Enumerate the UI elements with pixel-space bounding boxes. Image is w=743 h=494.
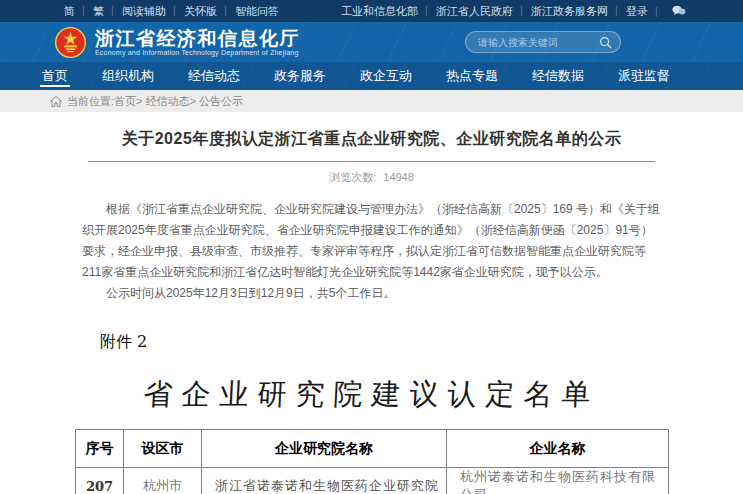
article-paragraph: 根据《浙江省重点企业研究院、企业研究院建设与管理办法》（浙经信高新〔2025〕1… xyxy=(82,199,661,283)
article-body: 根据《浙江省重点企业研究院、企业研究院建设与管理办法》（浙经信高新〔2025〕1… xyxy=(82,199,661,304)
site-subtitle-en: Economy and Information Technology Depar… xyxy=(95,49,300,56)
primary-nav: 首页 组织机构 经信动态 政务服务 政企互动 热点专题 经信数据 派驻监督 xyxy=(0,62,743,90)
site-brand: 浙江省经济和信息化厅 Economy and Information Techn… xyxy=(95,29,300,56)
home-icon xyxy=(50,96,62,107)
attachment-label: 附件 2 xyxy=(100,332,743,353)
national-emblem-logo xyxy=(55,27,86,58)
login-link[interactable]: 登录 xyxy=(617,4,657,19)
nav-item-supervision[interactable]: 派驻监督 xyxy=(616,62,672,90)
cell-company: 杭州诺泰诺和生物医药科技有限公司 xyxy=(447,468,669,494)
article: 关于2025年度拟认定浙江省重点企业研究院、企业研究院名单的公示 浏览次数: 1… xyxy=(0,112,743,494)
nav-item-interaction[interactable]: 政企互动 xyxy=(358,62,414,90)
lang-traditional-link[interactable]: 繁 xyxy=(84,4,113,19)
nav-item-news[interactable]: 经信动态 xyxy=(186,62,242,90)
table-row: 207 杭州市 浙江省诺泰诺和生物医药企业研究院 杭州诺泰诺和生物医药科技有限公… xyxy=(76,468,669,494)
breadcrumb-prefix: 当前位置: xyxy=(67,94,114,109)
zhejiang-service-link[interactable]: 浙江政务服务网 xyxy=(522,4,617,19)
breadcrumb-home[interactable]: 首页 xyxy=(114,94,136,109)
zhejiang-gov-link[interactable]: 浙江省人民政府 xyxy=(427,4,522,19)
nav-item-data[interactable]: 经信数据 xyxy=(530,62,586,90)
site-title: 浙江省经济和信息化厅 xyxy=(95,29,300,49)
breadcrumb: 当前位置: 首页 经信动态 公告公示 xyxy=(0,90,743,112)
care-version-link[interactable]: 关怀版 xyxy=(175,4,226,19)
view-count-label: 浏览次数: xyxy=(329,171,376,183)
nav-item-organization[interactable]: 组织机构 xyxy=(100,62,156,90)
col-header-institute: 企业研究院名称 xyxy=(202,430,447,468)
site-search xyxy=(465,31,621,53)
search-input[interactable] xyxy=(478,37,599,48)
col-header-index: 序号 xyxy=(76,430,124,468)
roster-title: 省企业研究院建议认定名单 xyxy=(0,375,743,415)
nav-item-topics[interactable]: 热点专题 xyxy=(444,62,500,90)
col-header-city: 设区市 xyxy=(124,430,202,468)
topbar-left-links: 简 繁 阅读辅助 关怀版 智能问答 xyxy=(55,4,288,19)
cell-institute: 浙江省诺泰诺和生物医药企业研究院 xyxy=(202,468,447,494)
nav-item-services[interactable]: 政务服务 xyxy=(272,62,328,90)
view-count-value: 14948 xyxy=(383,171,414,183)
breadcrumb-news[interactable]: 经信动态 xyxy=(136,94,189,109)
table-header-row: 序号 设区市 企业研究院名称 企业名称 xyxy=(76,430,669,468)
cell-city: 杭州市 xyxy=(124,468,202,494)
roster-table: 序号 设区市 企业研究院名称 企业名称 207 杭州市 浙江省诺泰诺和生物医药企… xyxy=(75,429,669,494)
reading-aid-link[interactable]: 阅读辅助 xyxy=(113,4,175,19)
site-header: 浙江省经济和信息化厅 Economy and Information Techn… xyxy=(0,22,743,62)
miit-link[interactable]: 工业和信息化部 xyxy=(332,4,427,19)
view-count: 浏览次数: 14948 xyxy=(0,170,743,185)
breadcrumb-announcements[interactable]: 公告公示 xyxy=(190,94,243,109)
topbar-right-links: 工业和信息化部 浙江省人民政府 浙江政务服务网 登录 xyxy=(332,4,695,19)
lang-simplified-link[interactable]: 简 xyxy=(55,4,84,19)
title-divider xyxy=(88,161,655,162)
cell-index: 207 xyxy=(76,468,124,494)
col-header-company: 企业名称 xyxy=(447,430,669,468)
nav-item-home[interactable]: 首页 xyxy=(40,62,70,90)
chat-bubbles-icon[interactable] xyxy=(657,5,695,18)
search-icon[interactable] xyxy=(599,36,612,49)
article-title: 关于2025年度拟认定浙江省重点企业研究院、企业研究院名单的公示 xyxy=(0,129,743,150)
top-utility-bar: 简 繁 阅读辅助 关怀版 智能问答 工业和信息化部 浙江省人民政府 浙江政务服务… xyxy=(0,0,743,22)
article-paragraph: 公示时间从2025年12月3日到12月9日，共5个工作日。 xyxy=(82,283,661,304)
smart-qa-link[interactable]: 智能问答 xyxy=(226,4,288,19)
